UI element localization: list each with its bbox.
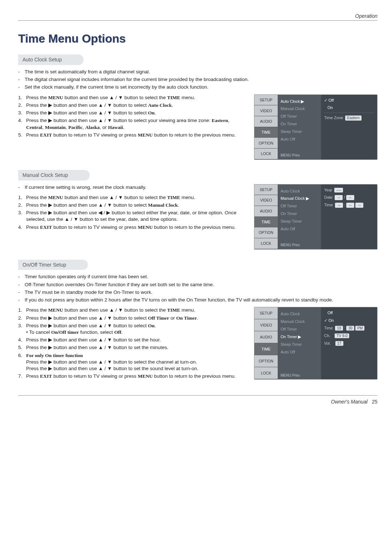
note: If you do not press any button within 2 …	[25, 297, 377, 303]
step: Press the ▶ button and then use ▲ / ▼ bu…	[26, 102, 247, 109]
osd-tab-time: TIME	[254, 343, 278, 355]
osd-on-timer: SETUP VIDEO AUDIO TIME OPTION LOCK Auto …	[254, 307, 377, 380]
osd-tab-setup: SETUP	[254, 185, 278, 195]
section-header-manual: Manual Clock Setup	[18, 170, 90, 181]
osd-item: Auto Off	[280, 225, 319, 233]
manual-steps: 1.Press the MENU button and then use ▲ /…	[18, 194, 247, 231]
osd-hint: MENU Prev.	[281, 153, 301, 158]
osd-tab-time: TIME	[254, 217, 278, 228]
osd-auto-clock: SETUP VIDEO AUDIO TIME OPTION LOCK Auto …	[254, 94, 377, 160]
osd-tab-option: OPTION	[254, 227, 278, 238]
osd-hint: MENU Prev.	[281, 373, 301, 378]
osd-item: On Timer ▶	[280, 333, 319, 341]
osd-item: Manual Clock	[280, 105, 319, 113]
osd-tab-option: OPTION	[254, 138, 278, 149]
step: Press the ▶ button and then use ▲ / ▼ bu…	[26, 315, 247, 321]
footer: Owner's Manual 25	[18, 398, 377, 405]
note: The TV must be in standby mode for the O…	[25, 289, 377, 296]
auto-notes: -The time is set automatically from a di…	[18, 69, 377, 91]
top-divider	[18, 20, 377, 21]
step: Press the ▶ button and then use ◀ / ▶ bu…	[26, 210, 247, 223]
osd-item: Auto Clock ▶	[280, 98, 319, 105]
osd-item: Auto Clock	[280, 310, 319, 318]
step: Press the ▶ button and then use ▲ / ▼ bu…	[26, 202, 247, 208]
timer-notes: -Timer function operates only if current…	[18, 274, 377, 303]
step: Press the ▶ button and then use ▲ / ▼ bu…	[26, 344, 247, 351]
osd-tab-video: VIDEO	[254, 319, 278, 331]
section-header-auto: Auto Clock Setup	[18, 54, 83, 65]
note: Timer function operates only if current …	[25, 274, 377, 280]
step: Press the MENU button and then use ▲ / ▼…	[26, 307, 247, 313]
osd-tab-video: VIDEO	[254, 105, 278, 116]
step: Press the ▶ button and then use ▲ / ▼ bu…	[26, 117, 247, 130]
note: The time is set automatically from a dig…	[25, 69, 377, 75]
osd-item: Manual Clock	[280, 318, 319, 325]
osd-hint: MENU Prev.	[281, 243, 301, 248]
step: Press EXIT button to return to TV viewin…	[26, 373, 247, 380]
osd-item: Off Timer	[280, 325, 319, 333]
osd-manual-clock: SETUP VIDEO AUDIO TIME OPTION LOCK Auto …	[254, 184, 377, 250]
osd-item: Sleep Timer	[280, 341, 319, 348]
footer-divider	[18, 395, 377, 396]
osd-item: On Timer	[280, 210, 319, 218]
step: Press the MENU button and then use ▲ / ▼…	[26, 194, 247, 201]
footer-label: Owner's Manual	[331, 399, 368, 405]
step: Press EXIT button to return to TV viewin…	[26, 224, 247, 231]
osd-item: Sleep Timer	[280, 218, 319, 225]
osd-item: Auto Clock	[280, 187, 319, 195]
osd-tab-option: OPTION	[254, 355, 278, 367]
note: Off-Timer function overrides On-Timer fu…	[25, 281, 377, 288]
osd-tab-setup: SETUP	[254, 307, 278, 319]
osd-tab-setup: SETUP	[254, 95, 278, 106]
auto-steps: 1.Press the MENU button and then use ▲ /…	[18, 94, 247, 138]
osd-tab-lock: LOCK	[254, 367, 278, 379]
step: Press the MENU button and then use ▲ / ▼…	[26, 94, 247, 101]
page-title: Time Menu Options	[18, 31, 377, 46]
osd-item: Manual Clock ▶	[280, 195, 319, 202]
osd-tab-audio: AUDIO	[254, 116, 278, 127]
note: The digital channel signal includes info…	[25, 76, 377, 83]
step: For only On timer functionPress the ▶ bu…	[26, 352, 247, 372]
osd-tab-lock: LOCK	[254, 149, 278, 159]
osd-item: Auto Off	[280, 348, 319, 356]
header-label: Operation	[18, 13, 377, 20]
osd-item: Off Timer	[280, 202, 319, 210]
step: Press the ▶ button and then use ▲ / ▼ bu…	[26, 323, 247, 336]
osd-tab-audio: AUDIO	[254, 206, 278, 217]
note: Set the clock manually, if the current t…	[25, 84, 377, 90]
osd-item: On Timer	[280, 120, 319, 128]
step: Press EXIT button to return to TV viewin…	[26, 132, 247, 138]
osd-item: Sleep Timer	[280, 128, 319, 135]
page-number: 25	[372, 399, 377, 405]
step: Press the ▶ button and then use ▲ / ▼ bu…	[26, 110, 247, 116]
timer-steps: 1.Press the MENU button and then use ▲ /…	[18, 307, 247, 380]
note: If current time setting is wrong, reset …	[25, 184, 247, 191]
section-header-timer: On/Off Timer Setup	[18, 260, 88, 270]
manual-notes: -If current time setting is wrong, reset…	[18, 184, 247, 191]
osd-tab-video: VIDEO	[254, 195, 278, 206]
osd-item: Off Timer	[280, 113, 319, 120]
step: Press the ▶ button and then use ▲ / ▼ bu…	[26, 337, 247, 343]
osd-tab-lock: LOCK	[254, 238, 278, 249]
osd-tab-audio: AUDIO	[254, 331, 278, 343]
osd-item: Auto Off	[280, 135, 319, 143]
osd-tab-time: TIME	[254, 127, 278, 138]
